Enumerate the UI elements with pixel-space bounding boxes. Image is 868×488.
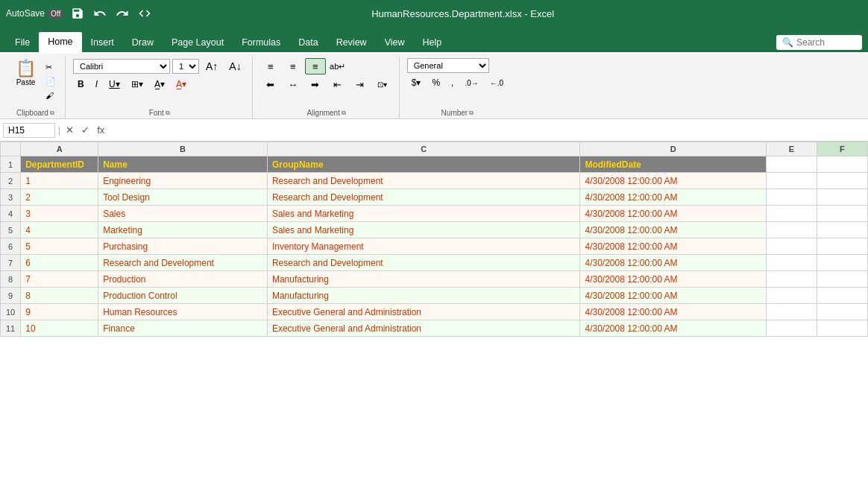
tab-help[interactable]: Help <box>414 33 451 52</box>
cell[interactable]: 4/30/2008 12:00:00 AM <box>580 173 766 189</box>
cell[interactable]: 8 <box>21 288 98 304</box>
cell[interactable]: Engineering <box>98 173 268 189</box>
cell[interactable]: 4/30/2008 12:00:00 AM <box>580 255 766 271</box>
cell[interactable]: Finance <box>98 320 268 337</box>
tab-insert[interactable]: Insert <box>82 33 123 52</box>
cell[interactable]: Purchasing <box>98 238 268 255</box>
cell[interactable]: 3 <box>21 206 98 222</box>
confirm-formula-icon[interactable]: ✓ <box>79 124 92 136</box>
cell[interactable]: 4/30/2008 12:00:00 AM <box>580 238 766 255</box>
cell[interactable]: 4/30/2008 12:00:00 AM <box>580 222 766 238</box>
cell[interactable] <box>766 288 817 304</box>
cell[interactable]: 2 <box>21 189 98 206</box>
fill-color-button[interactable]: A̲▾ <box>150 77 169 92</box>
format-painter-button[interactable]: 🖌 <box>43 89 59 101</box>
increase-decimal-button[interactable]: ←.0 <box>485 77 508 89</box>
number-expand-icon[interactable]: ⧉ <box>469 110 474 117</box>
insert-function-icon[interactable]: fx <box>95 124 107 136</box>
autosave-switch[interactable]: Off <box>48 9 63 19</box>
cell[interactable] <box>766 206 817 222</box>
cell[interactable] <box>817 255 867 271</box>
tab-file[interactable]: File <box>6 33 39 52</box>
cell[interactable]: Research and Development <box>267 255 580 271</box>
underline-button[interactable]: U▾ <box>104 77 125 92</box>
cell[interactable] <box>817 156 867 173</box>
cell[interactable]: Marketing <box>98 222 268 238</box>
decrease-decimal-button[interactable]: .0→ <box>460 77 482 89</box>
align-top-right-button[interactable]: ≡ <box>305 58 326 75</box>
col-header-a[interactable]: A <box>21 142 98 156</box>
cell[interactable] <box>766 255 817 271</box>
cell[interactable] <box>817 304 867 320</box>
cell[interactable]: Research and Development <box>267 189 580 206</box>
align-top-left-button[interactable]: ≡ <box>260 58 281 75</box>
ribbon-search-box[interactable]: 🔍 <box>776 35 862 50</box>
paste-button[interactable]: 📋 Paste <box>12 58 40 89</box>
cell[interactable] <box>817 320 867 337</box>
tab-review[interactable]: Review <box>327 33 376 52</box>
font-grow-button[interactable]: A↑ <box>201 58 222 75</box>
wrap-text-button[interactable]: ab↵ <box>327 58 348 75</box>
tab-page-layout[interactable]: Page Layout <box>163 33 233 52</box>
tab-data[interactable]: Data <box>289 33 327 52</box>
align-top-center-button[interactable]: ≡ <box>283 58 304 75</box>
undo-icon[interactable] <box>92 5 108 22</box>
cell[interactable]: 4 <box>21 222 98 238</box>
cell[interactable]: GroupName <box>267 156 580 173</box>
col-header-c[interactable]: C <box>267 142 580 156</box>
cell[interactable]: 5 <box>21 238 98 255</box>
cell[interactable] <box>817 288 867 304</box>
align-center-button[interactable]: ↔ <box>283 76 304 92</box>
font-name-select[interactable]: Calibri <box>73 59 170 74</box>
cancel-formula-icon[interactable]: ✕ <box>63 124 76 136</box>
cell[interactable] <box>817 222 867 238</box>
merge-center-button[interactable]: ⊡▾ <box>372 76 393 92</box>
cell[interactable]: 7 <box>21 271 98 288</box>
tab-formulas[interactable]: Formulas <box>233 33 289 52</box>
macro-icon[interactable] <box>136 5 153 22</box>
cell[interactable] <box>766 271 817 288</box>
copy-button[interactable]: 📄 <box>43 75 59 88</box>
cell[interactable] <box>766 222 817 238</box>
italic-button[interactable]: I <box>91 77 102 92</box>
cell[interactable]: Executive General and Administration <box>267 320 580 337</box>
cell[interactable]: Executive General and Administration <box>267 304 580 320</box>
col-header-e[interactable]: E <box>766 142 817 156</box>
sheet-grid[interactable]: A B C D E F 1DepartmentIDNameGroupNameMo… <box>0 142 868 337</box>
percent-button[interactable]: % <box>427 75 444 90</box>
cell[interactable]: Inventory Management <box>267 238 580 255</box>
col-header-b[interactable]: B <box>98 142 268 156</box>
cell[interactable] <box>817 189 867 206</box>
col-header-d[interactable]: D <box>580 142 766 156</box>
alignment-expand-icon[interactable]: ⧉ <box>342 110 346 117</box>
cell[interactable]: 10 <box>21 320 98 337</box>
cell[interactable] <box>817 238 867 255</box>
border-button[interactable]: ⊞▾ <box>127 77 148 92</box>
cell[interactable] <box>817 271 867 288</box>
cut-button[interactable]: ✂ <box>43 61 59 74</box>
number-format-select[interactable]: General Number Currency Accounting Date … <box>407 58 489 73</box>
cell[interactable]: 4/30/2008 12:00:00 AM <box>580 320 766 337</box>
cell[interactable] <box>817 206 867 222</box>
cell[interactable]: 1 <box>21 173 98 189</box>
cell[interactable]: Sales and Marketing <box>267 222 580 238</box>
cell[interactable]: Research and Development <box>267 173 580 189</box>
cell[interactable] <box>766 156 817 173</box>
cell[interactable] <box>766 238 817 255</box>
cell-ref-input[interactable] <box>3 123 55 138</box>
cell[interactable]: DepartmentID <box>21 156 98 173</box>
align-right-button[interactable]: ➡ <box>305 76 326 92</box>
save-icon[interactable] <box>69 5 86 22</box>
cell[interactable]: Name <box>98 156 268 173</box>
cell[interactable]: Manufacturing <box>267 288 580 304</box>
cell[interactable]: Sales and Marketing <box>267 206 580 222</box>
cell[interactable]: Human Resources <box>98 304 268 320</box>
font-color-button[interactable]: A̲▾ <box>172 77 191 92</box>
cell[interactable]: Production Control <box>98 288 268 304</box>
cell[interactable]: 4/30/2008 12:00:00 AM <box>580 206 766 222</box>
cell[interactable] <box>766 304 817 320</box>
cell[interactable]: 6 <box>21 255 98 271</box>
currency-button[interactable]: $▾ <box>407 75 426 90</box>
tab-home[interactable]: Home <box>39 32 81 52</box>
cell[interactable]: ModifiedDate <box>580 156 766 173</box>
